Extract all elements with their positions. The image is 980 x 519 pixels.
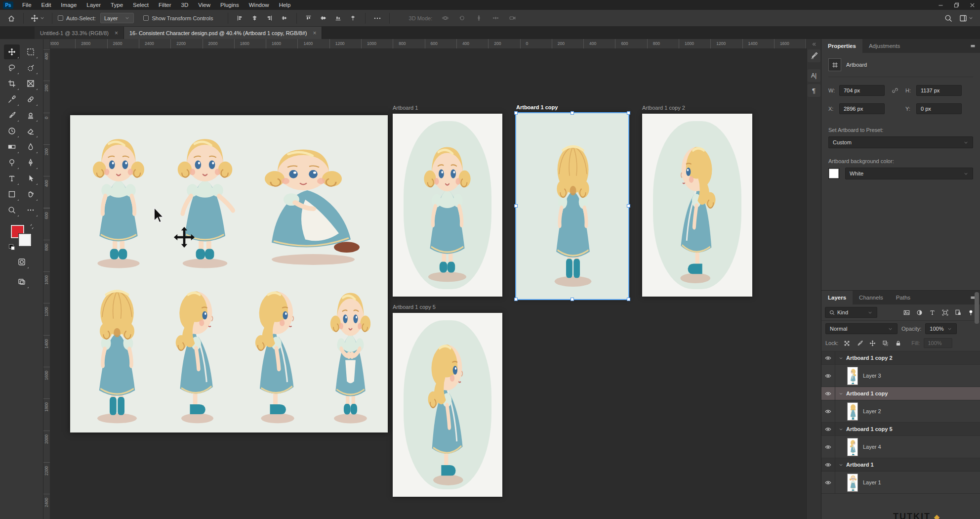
menu-image[interactable]: Image [56, 1, 82, 9]
background-color-swatch[interactable] [19, 234, 31, 246]
align-horizontal-centers-button[interactable] [248, 12, 261, 24]
layer-thumbnail[interactable] [847, 402, 858, 421]
artboard-3[interactable] [642, 114, 752, 297]
fill-select[interactable]: 100% [924, 338, 952, 348]
width-input[interactable]: 704 px [839, 85, 885, 96]
visibility-toggle[interactable] [821, 387, 835, 400]
clone-stamp-tool[interactable] [23, 108, 39, 123]
artboard-label[interactable]: Artboard 1 copy [516, 104, 558, 110]
eyedropper-tool[interactable] [4, 92, 20, 107]
lock-position-button[interactable] [868, 339, 877, 347]
visibility-toggle[interactable] [821, 423, 835, 435]
group-expand-chevron[interactable] [835, 462, 846, 468]
vertical-ruler[interactable]: 4002000200400600800100012001400160018002… [43, 49, 50, 519]
hand-tool[interactable] [23, 187, 39, 202]
brush-tool[interactable] [4, 108, 20, 123]
filter-adjustment-layers-button[interactable] [914, 307, 925, 317]
menu-window[interactable]: Window [244, 1, 274, 9]
distribute-horizontal-centers-button[interactable] [347, 12, 360, 24]
menu-help[interactable]: Help [274, 1, 296, 9]
blur-tool[interactable] [23, 139, 39, 154]
lasso-tool[interactable] [4, 60, 20, 75]
menu-3d[interactable]: 3D [176, 1, 194, 9]
selection-handle[interactable] [514, 204, 518, 208]
crop-tool[interactable] [4, 76, 20, 91]
restore-button[interactable] [948, 0, 964, 10]
3d-slide-button[interactable] [489, 12, 502, 24]
tab-close-icon[interactable]: × [313, 30, 316, 37]
lock-image-pixels-button[interactable] [855, 339, 864, 347]
layers-scrollbar[interactable] [975, 292, 979, 324]
layer-group-row[interactable]: Artboard 1 copy [821, 387, 980, 400]
3d-drag-button[interactable] [472, 12, 485, 24]
menu-filter[interactable]: Filter [154, 1, 176, 9]
layer-thumbnail[interactable] [847, 367, 858, 385]
layer-thumbnail[interactable] [847, 474, 858, 492]
layer-group-row[interactable]: Artboard 1 copy 2 [821, 351, 980, 365]
artboard-1[interactable] [393, 114, 502, 297]
menu-plugins[interactable]: Plugins [215, 1, 244, 9]
dodge-tool[interactable] [4, 155, 20, 170]
character-panel-button[interactable]: A| [808, 69, 820, 82]
height-input[interactable]: 1137 px [916, 85, 962, 96]
selection-handle[interactable] [514, 111, 518, 115]
gradient-tool[interactable] [4, 139, 20, 154]
opacity-select[interactable]: 100% [925, 323, 957, 334]
move-tool[interactable] [4, 44, 20, 59]
minimize-button[interactable] [933, 0, 948, 10]
auto-select-toggle[interactable]: Auto-Select: [58, 15, 96, 21]
layer-group-row[interactable]: Artboard 1 [821, 458, 980, 472]
y-input[interactable]: 0 px [916, 103, 962, 114]
screen-mode-button[interactable] [14, 274, 30, 289]
layer-row[interactable]: Layer 3 [821, 365, 980, 387]
path-select-tool[interactable] [23, 171, 39, 186]
ruler-origin-corner[interactable] [43, 39, 50, 49]
menu-type[interactable]: Type [106, 1, 128, 9]
preset-select[interactable]: Custom [828, 136, 973, 148]
menu-edit[interactable]: Edit [37, 1, 56, 9]
horizontal-ruler[interactable]: 3000280026002400220020001800160014001200… [43, 39, 806, 49]
artboard-label[interactable]: Artboard 1 copy 2 [642, 105, 685, 111]
quick-mask-button[interactable] [14, 255, 30, 269]
tab-layers[interactable]: Layers [821, 291, 853, 304]
document-tab-1[interactable]: Untitled-1 @ 33.3% (RGB/8)× [35, 27, 124, 39]
rectangle-tool[interactable] [4, 187, 20, 202]
search-button[interactable] [942, 12, 955, 24]
selection-handle[interactable] [627, 111, 630, 115]
artboard-label[interactable]: Artboard 1 [393, 105, 418, 111]
selection-handle[interactable] [627, 204, 630, 208]
artboard-2[interactable] [516, 113, 628, 299]
distribute-bottom-edges-button[interactable] [332, 12, 345, 24]
frame-tool[interactable] [23, 76, 39, 91]
visibility-toggle[interactable] [821, 472, 835, 493]
tab-channels[interactable]: Channels [853, 291, 890, 304]
menu-view[interactable]: View [193, 1, 215, 9]
paragraph-panel-button[interactable]: ¶ [808, 84, 820, 97]
filter-kind-select[interactable]: Kind [825, 307, 877, 318]
home-button[interactable] [5, 12, 18, 24]
swap-colors-icon[interactable] [29, 224, 35, 229]
filter-pixel-layers-button[interactable] [901, 307, 912, 317]
brush-settings-panel-button[interactable] [808, 49, 820, 62]
lock-all-button[interactable] [894, 339, 902, 347]
properties-panel-menu-button[interactable] [966, 39, 980, 53]
document-tab-2[interactable]: 16- Consistent Character design.psd @ 40… [124, 27, 323, 39]
default-colors-icon[interactable] [9, 244, 13, 249]
auto-select-target-dropdown[interactable]: Layer [100, 13, 134, 23]
filter-type-layers-button[interactable] [927, 307, 938, 317]
3d-roll-button[interactable] [455, 12, 468, 24]
expand-panels-button[interactable] [811, 41, 817, 47]
filter-smart-objects-button[interactable] [952, 307, 964, 317]
character-sheet-image[interactable] [70, 115, 388, 432]
artboard-label[interactable]: Artboard 1 copy 5 [393, 304, 436, 310]
layer-row[interactable]: Layer 2 [821, 400, 980, 423]
group-expand-chevron[interactable] [835, 427, 846, 432]
visibility-toggle[interactable] [821, 400, 835, 422]
3d-camera-button[interactable] [506, 12, 519, 24]
artboard-bg-select[interactable]: White [845, 168, 973, 179]
current-tool-button[interactable] [29, 12, 46, 24]
tab-properties[interactable]: Properties [821, 39, 862, 53]
filter-shape-layers-button[interactable] [939, 307, 951, 317]
selection-handle[interactable] [627, 298, 630, 301]
zoom-tool[interactable] [4, 203, 20, 217]
